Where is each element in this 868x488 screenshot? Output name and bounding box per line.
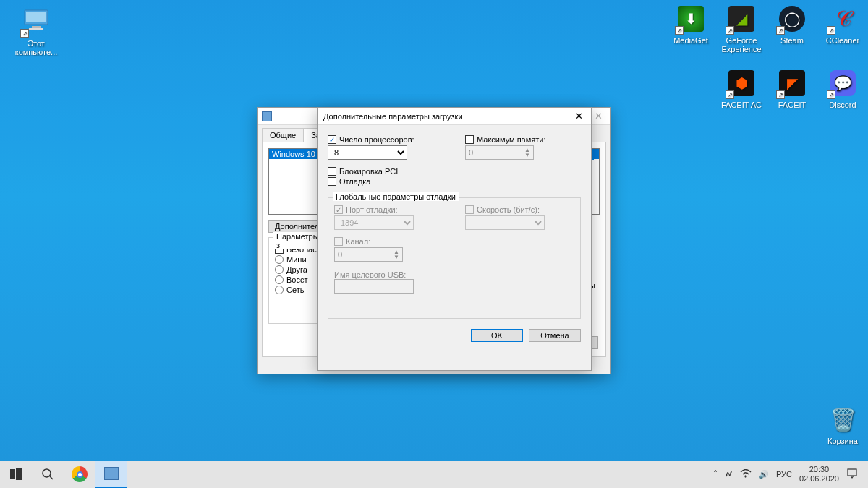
shortcut-arrow-icon: ↗ [726,26,734,35]
icon-label: GeForce Experience [716,36,767,53]
shortcut-arrow-icon: ↗ [675,26,684,35]
tab-general[interactable]: Общие [262,128,304,142]
svg-line-9 [50,476,53,479]
tray-wifi-icon[interactable] [740,469,752,479]
desktop-icon-recycle-bin[interactable]: 🗑️ Корзина [817,405,868,445]
shortcut-arrow-icon: ↗ [776,90,785,99]
taskbar-app-chrome[interactable] [64,461,95,488]
pcilock-checkbox[interactable]: Блокировка PCI [328,167,581,176]
global-debug-group-label: Глобальные параметры отладки [333,192,459,201]
shortcut-arrow-icon: ↗ [726,90,734,99]
show-desktop-button[interactable] [864,461,868,488]
svg-point-8 [43,469,51,477]
maxmem-checkbox[interactable]: Максимум памяти: [465,135,581,144]
desktop-icon-geforce[interactable]: ◢↗ GeForce Experience [716,4,767,53]
usb-target-label: Имя целевого USB: [334,270,574,279]
svg-rect-7 [16,474,22,480]
icon-label: MediaGet [665,36,716,45]
tray-volume-icon[interactable]: 🔊 [759,470,769,479]
svg-rect-11 [848,469,856,476]
ok-button[interactable]: OK [471,329,523,342]
icon-label: Discord [817,100,868,109]
msconfig-icon [262,111,272,121]
svg-rect-1 [26,12,46,22]
search-button[interactable] [32,461,64,488]
shortcut-arrow-icon: ↗ [827,26,835,35]
shortcut-arrow-icon: ↗ [776,26,785,35]
shortcut-arrow-icon: ↗ [20,29,29,38]
desktop-icon-faceit-ac[interactable]: ⬢↗ FACEIT AC [716,69,767,109]
tray-clock[interactable]: 20:30 02.06.2020 [799,465,839,484]
baudrate-select [465,215,545,230]
taskbar-app-msconfig[interactable] [95,461,127,488]
safeboot-altshell-radio[interactable]: Друга [275,265,321,274]
svg-rect-4 [10,469,15,474]
channel-input: 0▲▼ [334,247,403,262]
numproc-checkbox[interactable]: ✓Число процессоров: [328,135,443,144]
safeboot-minimal-radio[interactable]: Мини [275,255,321,264]
tray-chevron-icon[interactable]: ˄ [713,469,718,479]
icon-label: FACEIT [767,100,817,109]
msconfig-icon [104,467,119,480]
search-icon [41,468,54,481]
usb-target-input [334,279,414,294]
tray-battery-icon[interactable]: 🗲 [725,470,733,479]
safeboot-adrepair-radio[interactable]: Восст [275,275,321,284]
channel-checkbox: Канал: [346,237,370,246]
dialog-title: Дополнительные параметры загрузки [323,112,463,121]
shortcut-arrow-icon: ↗ [827,90,835,99]
tray-action-center-icon[interactable] [846,468,858,481]
taskbar: ˄ 🗲 🔊 РУС 20:30 02.06.2020 [0,461,868,488]
tray-language-indicator[interactable]: РУС [776,470,792,479]
svg-rect-6 [10,474,15,479]
debug-checkbox[interactable]: Отладка [328,177,581,186]
icon-label: Steam [767,36,817,45]
boot-advanced-options-dialog: Дополнительные параметры загрузки ✕ ✓Чис… [317,107,592,371]
icon-label: Этот компьюте... [11,39,61,56]
desktop-icon-steam[interactable]: ◯↗ Steam [767,4,817,45]
debugport-select: 1394 [334,215,414,230]
svg-rect-3 [29,28,43,30]
baudrate-checkbox: Скорость (бит/с): [477,205,540,214]
desktop-icon-mediaget[interactable]: ⬇↗ MediaGet [665,4,716,45]
svg-point-10 [745,476,746,477]
icon-label: FACEIT AC [716,100,767,109]
desktop-icon-this-pc[interactable]: ↗ Этот компьюте... [11,7,61,56]
debugport-checkbox: Порт отладки: [346,205,398,214]
desktop-icon-faceit[interactable]: ◤↗ FACEIT [767,69,817,109]
maxmem-input[interactable]: 0▲▼ [465,145,534,160]
svg-rect-5 [16,468,22,474]
chrome-icon [72,466,88,482]
desktop-icon-discord[interactable]: 💬↗ Discord [817,69,868,109]
safeboot-network-radio[interactable]: Сеть [275,286,321,294]
svg-rect-2 [32,26,41,28]
windows-logo-icon [10,468,22,480]
numproc-select[interactable]: 8 [328,145,407,160]
cancel-button[interactable]: Отмена [529,329,581,342]
icon-label: CCleaner [817,36,868,45]
icon-label: Корзина [817,437,868,445]
close-button[interactable]: ✕ [566,108,591,124]
start-button[interactable] [0,461,32,488]
desktop-icon-ccleaner[interactable]: 𝒞↗ CCleaner [817,4,868,45]
